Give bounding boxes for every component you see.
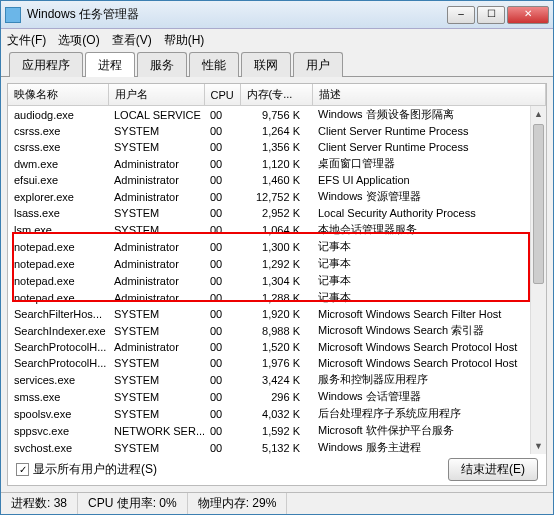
cell-mem: 1,292 K [240,255,312,272]
cell-mem: 8,988 K [240,322,312,339]
cell-user: SYSTEM [108,139,204,155]
table-row[interactable]: spoolsv.exeSYSTEM004,032 K后台处理程序子系统应用程序 [8,405,546,422]
cell-cpu: 00 [204,322,240,339]
task-manager-window: Windows 任务管理器 – ☐ ✕ 文件(F) 选项(O) 查看(V) 帮助… [0,0,554,515]
table-row[interactable]: lsm.exeSYSTEM001,064 K本地会话管理器服务 [8,221,546,238]
process-table-wrap: 映像名称 用户名 CPU 内存(专... 描述 audiodg.exeLOCAL… [8,84,546,454]
menu-view[interactable]: 查看(V) [112,32,152,49]
cell-cpu: 00 [204,405,240,422]
table-row[interactable]: explorer.exeAdministrator0012,752 KWindo… [8,188,546,205]
table-row[interactable]: csrss.exeSYSTEM001,356 KClient Server Ru… [8,139,546,155]
scroll-thumb[interactable] [533,124,544,284]
menu-help[interactable]: 帮助(H) [164,32,205,49]
table-row[interactable]: lsass.exeSYSTEM002,952 KLocal Security A… [8,205,546,221]
col-cpu[interactable]: CPU [204,84,240,106]
menu-file[interactable]: 文件(F) [7,32,46,49]
tabstrip: 应用程序 进程 服务 性能 联网 用户 [1,51,553,77]
checkbox-icon: ✓ [16,463,29,476]
cell-mem: 1,304 K [240,272,312,289]
cell-user: Administrator [108,172,204,188]
table-row[interactable]: SearchFilterHos...SYSTEM001,920 KMicroso… [8,306,546,322]
table-row[interactable]: notepad.exeAdministrator001,288 K记事本 [8,289,546,306]
cell-mem: 2,952 K [240,205,312,221]
cell-cpu: 00 [204,255,240,272]
menu-options[interactable]: 选项(O) [58,32,99,49]
table-row[interactable]: dwm.exeAdministrator001,120 K桌面窗口管理器 [8,155,546,172]
show-all-users-checkbox[interactable]: ✓ 显示所有用户的进程(S) [16,461,157,478]
table-row[interactable]: notepad.exeAdministrator001,304 K记事本 [8,272,546,289]
cell-user: LOCAL SERVICE [108,106,204,124]
table-row[interactable]: csrss.exeSYSTEM001,264 KClient Server Ru… [8,123,546,139]
window-controls: – ☐ ✕ [447,6,549,24]
cell-desc: 本地会话管理器服务 [312,221,546,238]
maximize-button[interactable]: ☐ [477,6,505,24]
cell-img: services.exe [8,371,108,388]
tab-users[interactable]: 用户 [293,52,343,77]
table-row[interactable]: notepad.exeAdministrator001,300 K记事本 [8,238,546,255]
cell-mem: 1,520 K [240,339,312,355]
cell-mem: 1,300 K [240,238,312,255]
cell-mem: 1,120 K [240,155,312,172]
table-row[interactable]: SearchProtocolH...Administrator001,520 K… [8,339,546,355]
cell-desc: 记事本 [312,238,546,255]
cell-img: lsm.exe [8,221,108,238]
cell-desc: 后台处理程序子系统应用程序 [312,405,546,422]
cell-mem: 1,976 K [240,355,312,371]
cell-mem: 9,756 K [240,106,312,124]
table-row[interactable]: SearchIndexer.exeSYSTEM008,988 KMicrosof… [8,322,546,339]
cell-user: Administrator [108,255,204,272]
table-row[interactable]: smss.exeSYSTEM00296 KWindows 会话管理器 [8,388,546,405]
close-button[interactable]: ✕ [507,6,549,24]
cell-cpu: 00 [204,371,240,388]
cell-img: efsui.exe [8,172,108,188]
cell-desc: Windows 会话管理器 [312,388,546,405]
cell-mem: 1,920 K [240,306,312,322]
titlebar[interactable]: Windows 任务管理器 – ☐ ✕ [1,1,553,29]
cell-mem: 3,424 K [240,371,312,388]
scroll-down-arrow[interactable]: ▼ [531,438,546,454]
end-process-button[interactable]: 结束进程(E) [448,458,538,481]
cell-mem: 1,356 K [240,139,312,155]
cell-desc: 桌面窗口管理器 [312,155,546,172]
tab-performance[interactable]: 性能 [189,52,239,77]
tab-processes[interactable]: 进程 [85,52,135,77]
table-row[interactable]: sppsvc.exeNETWORK SER...001,592 KMicroso… [8,422,546,439]
tab-applications[interactable]: 应用程序 [9,52,83,77]
cell-user: SYSTEM [108,371,204,388]
table-row[interactable]: notepad.exeAdministrator001,292 K记事本 [8,255,546,272]
cell-user: Administrator [108,289,204,306]
table-row[interactable]: svchost.exeSYSTEM005,132 KWindows 服务主进程 [8,439,546,454]
cell-cpu: 00 [204,289,240,306]
cell-desc: Microsoft Windows Search Protocol Host [312,355,546,371]
cell-img: notepad.exe [8,238,108,255]
col-memory[interactable]: 内存(专... [240,84,312,106]
cell-user: SYSTEM [108,355,204,371]
cell-mem: 296 K [240,388,312,405]
minimize-button[interactable]: – [447,6,475,24]
cell-mem: 5,132 K [240,439,312,454]
table-row[interactable]: audiodg.exeLOCAL SERVICE009,756 KWindows… [8,106,546,124]
tab-services[interactable]: 服务 [137,52,187,77]
col-user-name[interactable]: 用户名 [108,84,204,106]
scroll-up-arrow[interactable]: ▲ [531,106,546,122]
cell-user: SYSTEM [108,405,204,422]
col-description[interactable]: 描述 [312,84,546,106]
cell-desc: Windows 服务主进程 [312,439,546,454]
col-image-name[interactable]: 映像名称 [8,84,108,106]
cell-img: spoolsv.exe [8,405,108,422]
table-row[interactable]: efsui.exeAdministrator001,460 KEFS UI Ap… [8,172,546,188]
table-row[interactable]: SearchProtocolH...SYSTEM001,976 KMicroso… [8,355,546,371]
table-row[interactable]: services.exeSYSTEM003,424 K服务和控制器应用程序 [8,371,546,388]
cell-user: SYSTEM [108,306,204,322]
cell-user: Administrator [108,188,204,205]
cell-cpu: 00 [204,221,240,238]
cell-desc: 记事本 [312,255,546,272]
cell-user: Administrator [108,339,204,355]
cell-img: SearchFilterHos... [8,306,108,322]
cell-mem: 1,460 K [240,172,312,188]
tab-network[interactable]: 联网 [241,52,291,77]
vertical-scrollbar[interactable]: ▲ ▼ [530,106,546,454]
cell-cpu: 00 [204,422,240,439]
cell-desc: Client Server Runtime Process [312,123,546,139]
statusbar: 进程数: 38 CPU 使用率: 0% 物理内存: 29% [1,492,553,514]
